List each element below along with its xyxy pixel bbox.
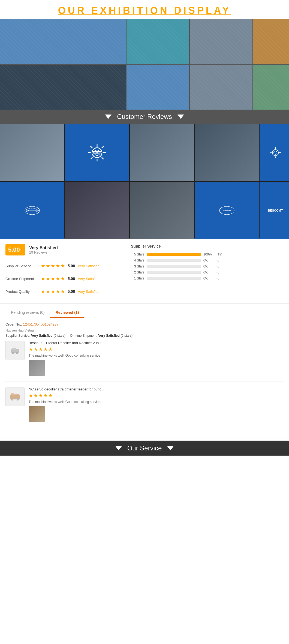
product-stars-2: ★ ★ ★ ★ ★ [29, 393, 284, 399]
bar-pct-4: 0% [203, 258, 214, 262]
ontime-label: On-time Shipment [5, 277, 41, 281]
bar-count-2: (0) [216, 270, 221, 274]
quality-stars: ★ ★ ★ ★ ★ [41, 288, 65, 294]
order-section: Order No.: 124517054501024237 Nguyen Hau… [0, 318, 289, 438]
showcase-photo-4 [65, 182, 129, 239]
supplier-label: Supplier Service [5, 264, 41, 268]
bar-label-4: 4 Stars [131, 258, 144, 262]
score-count: 19 Reviews [29, 250, 58, 254]
svg-line-6 [91, 146, 92, 148]
arrow-down-left-icon [105, 115, 112, 119]
collage-cell-6 [127, 65, 189, 110]
review-section: 5.00/5 Very Satisfied 19 Reviews Supplie… [0, 239, 289, 304]
svg-point-31 [17, 398, 19, 401]
product-title-2: NC servo decoller straightener feeder fo… [29, 387, 284, 391]
svg-rect-28 [12, 348, 16, 350]
bar-label-2: 2 Stars [131, 270, 144, 274]
product-comment-1: The machine works well. Good consulting … [29, 354, 284, 357]
bar-label-5: 5 Stars [131, 252, 144, 256]
supplier-score: 5.00 [68, 264, 75, 268]
showcase-logo-1: BESCOMT [65, 124, 129, 181]
supplier-service-stars: (5 stars) [53, 334, 65, 338]
service-banner: Our Service [0, 441, 289, 456]
tab-reviewed[interactable]: Reviewed (1) [50, 306, 85, 318]
review-row-supplier: Supplier Service ★ ★ ★ ★ ★ 5.00 Very Sat… [5, 260, 115, 272]
product-thumb-1 [5, 341, 25, 360]
product-review-item-1: Besco 2021 Metal Decoiler and Rectifier … [5, 341, 284, 382]
bar-pct-5: 100% [203, 252, 214, 256]
score-label: Very Satisfied [29, 245, 58, 250]
chart-title: Supplier Service [131, 244, 284, 248]
ontime-score: 5.00 [68, 276, 75, 281]
quality-satisfied: Very Satisfied [78, 290, 100, 294]
bar-row-4stars: 4 Stars 0% (0) [131, 258, 284, 262]
bar-label-3: 3 Stars [131, 264, 144, 268]
product-title-1: Besco 2021 Metal Decoiler and Rectifier … [29, 341, 284, 345]
score-box: 5.00/5 [5, 244, 25, 255]
bar-row-2stars: 2 Stars 0% (0) [131, 270, 284, 274]
supplier-service-label: Supplier Service: [5, 334, 30, 338]
bar-count-4: (0) [216, 258, 221, 262]
bar-track-3 [147, 265, 201, 268]
service-arrow-right-icon [167, 446, 174, 450]
showcase-logo-2 [260, 124, 289, 181]
supplier-satisfied: Very Satisfied [78, 264, 100, 268]
ontime-stars: (5 stars) [121, 334, 133, 338]
showcase-photo-3 [195, 124, 259, 181]
showcase-logo-5: BESCOMT [260, 182, 289, 239]
bar-count-1: (0) [216, 276, 221, 280]
service-arrow-left-icon [115, 446, 122, 450]
score-info: Very Satisfied 19 Reviews [29, 245, 58, 254]
bar-label-1: 1 Stars [131, 276, 144, 280]
reviews-banner-title: Customer Reviews [117, 113, 172, 121]
order-number-link[interactable]: 124517054501024237 [23, 322, 58, 326]
bar-pct-3: 0% [203, 264, 214, 268]
service-banner-title: Our Service [127, 444, 162, 452]
collage-cell-4 [253, 19, 289, 64]
review-right: Supplier Service 5 Stars 100% (19) 4 Sta… [123, 244, 284, 298]
bar-pct-1: 0% [203, 276, 214, 280]
tabs-section: Pending reviews (0) Reviewed (1) [0, 306, 289, 318]
score-value: 5.00 [8, 246, 20, 253]
showcase-photo-1 [0, 124, 64, 181]
bar-fill-5 [147, 253, 201, 256]
quality-label: Product Quality [5, 290, 41, 294]
bar-count-3: (0) [216, 264, 221, 268]
bar-track-5 [147, 253, 201, 256]
collage-cell-3 [190, 19, 252, 64]
product-review-item-2: NC servo decoller straightener feeder fo… [5, 387, 284, 428]
exhibition-title: OUR EXHIBITION DISPLAY [0, 5, 289, 16]
product-review-content-1: Besco 2021 Metal Decoiler and Rectifier … [29, 341, 284, 376]
order-label: Order No.: [5, 322, 22, 326]
svg-line-9 [91, 157, 92, 159]
svg-line-8 [102, 146, 104, 148]
arrow-down-right-icon [177, 115, 184, 119]
showcase-photo-2 [130, 124, 194, 181]
bar-track-2 [147, 271, 201, 274]
collage-cell-1 [0, 19, 126, 64]
svg-text:BESCOMT: BESCOMT [92, 152, 102, 154]
svg-rect-32 [11, 393, 14, 395]
svg-point-26 [12, 352, 14, 354]
company-showcase: BESCOMT BESCOMT [0, 124, 289, 239]
svg-line-7 [102, 157, 104, 159]
bar-pct-2: 0% [203, 270, 214, 274]
bar-track-1 [147, 277, 201, 280]
ontime-satisfied: Very Satisfied [78, 277, 100, 281]
svg-rect-33 [15, 394, 19, 395]
collage-cell-5 [0, 65, 126, 110]
review-image-2 [29, 406, 45, 422]
reviews-banner: Customer Reviews [0, 109, 289, 124]
tab-pending[interactable]: Pending reviews (0) [5, 306, 50, 318]
ontime-value: Very Satisfied [98, 334, 120, 338]
score-sub: /5 [20, 248, 22, 252]
review-row-quality: Product Quality ★ ★ ★ ★ ★ 5.00 Very Sati… [5, 285, 115, 298]
ontime-label-order: On-time Shipment: [70, 334, 97, 338]
product-review-content-2: NC servo decoller straightener feeder fo… [29, 387, 284, 422]
tab-pending-label: Pending reviews (0) [11, 310, 45, 315]
svg-point-30 [11, 398, 13, 401]
quality-score: 5.00 [68, 289, 75, 294]
exhibition-header: OUR EXHIBITION DISPLAY [0, 0, 289, 19]
collage-cell-2 [127, 19, 189, 64]
review-image-1 [29, 360, 45, 376]
